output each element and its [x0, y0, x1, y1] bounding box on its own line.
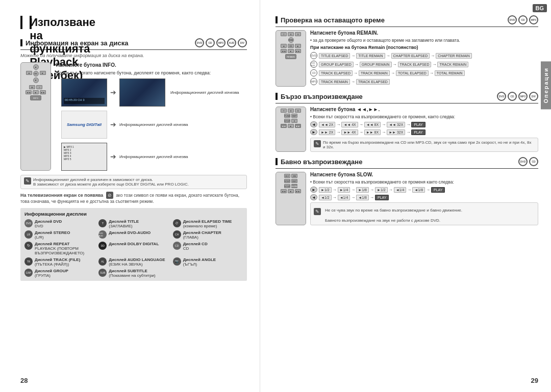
fast-divx-icon: DIV — [529, 92, 538, 101]
speed-tag-1: ◄◄ 2X — [319, 122, 335, 127]
arrow-8: → — [391, 71, 395, 75]
remote-btn-4: ► — [40, 71, 46, 75]
remote-info-btn[interactable]: INFO — [30, 95, 41, 100]
track-icon: TR — [24, 257, 33, 266]
slow-instructions: Натиснете бутона SLOW. • Всеки път скоро… — [310, 172, 538, 225]
slow-tag-6: ◄1/8 — [412, 187, 425, 193]
fast-title-text: Бързо възпроизвеждане — [281, 93, 363, 100]
arrow-4: → — [355, 62, 359, 67]
remote-btn-8: ◄◄ — [26, 90, 32, 94]
info-item-title-text: Дисплей TITLE(ЗАГЛАВИЕ) — [109, 219, 139, 228]
slow-slow-btn[interactable]: SLOW — [291, 184, 297, 188]
slow-disc-icons: DVD CD — [518, 157, 538, 166]
remote-btn-10: ►► — [40, 90, 46, 94]
remain-sub-title: При натискане на бутона Remain (постоянс… — [310, 45, 538, 50]
slow-tag-5: ◄1/4 — [394, 187, 407, 193]
stereo-icon: LR — [24, 230, 33, 239]
slow-next: ►► — [295, 189, 301, 193]
speed-play-1: PLAY — [411, 122, 425, 127]
tv-icon-text: На телевизионния екран се появява ⊘ ако … — [20, 192, 247, 204]
screen1-caption: Информационният дисплей изчезва — [170, 90, 239, 95]
info-table-title: Информационни дисплеи — [24, 211, 243, 217]
angle-icon: 📷 — [173, 257, 181, 266]
fast-r-btn-1: REP — [291, 114, 297, 118]
slow-tag-2: ►1/4 — [338, 187, 350, 193]
info-item-elapsed-text: Дисплей ELAPSED TIME(изминало време) — [183, 219, 232, 228]
page: Използване на функцията Playback (плейбе… — [0, 0, 551, 392]
info-item-track-text: Дисплей TRACK (FILE)(ПЪТЕКА (ФАЙЛ)) — [35, 257, 80, 267]
left-page: Използване на функцията Playback (плейбе… — [0, 0, 260, 392]
info-item-track: TR Дисплей TRACK (FILE)(ПЪТЕКА (ФАЙЛ)) — [24, 257, 94, 267]
fast-cd-icon: CD — [508, 92, 517, 101]
screen-thumb-4: ▶ MP3 1 MP3 2 MP3 3 MP3 4 MP3 5 — [61, 143, 107, 171]
fast-r-btn-pause: II — [291, 119, 297, 123]
remain-remain-btn[interactable]: REMAIN — [285, 54, 296, 59]
info-item-repeat-text: Дисплей REPEATPLAYBACK (ПОВТОРМ ВЪЗПРОИЗ… — [35, 242, 94, 255]
s-arrow-5: → — [336, 130, 340, 135]
sl-arrow-9: → — [370, 195, 374, 200]
sl-arrow-4: → — [389, 188, 393, 192]
tag-track-remain-3: TRACK REMAIN — [319, 79, 350, 85]
info-item-dolby: DD Дисплей DOLBY DIGITAL — [98, 242, 168, 255]
remain-cd-icon: CD — [518, 15, 528, 24]
s-arrow-2: → — [359, 122, 363, 127]
r-btn-next: ►► — [295, 49, 301, 53]
screen-thumb-2 — [119, 79, 165, 107]
info-item-elapsed: ⏱ Дисплей ELAPSED TIME(изминало време) — [173, 219, 243, 228]
fast-r-btn-7: 7 — [281, 109, 287, 113]
s-arrow-6: → — [359, 130, 363, 135]
fast-disc-icons: DVD CD MP3 DIV — [497, 92, 538, 101]
remote-btn-1: ▲ — [33, 64, 39, 70]
remote-btn-2: ◄ — [26, 71, 32, 75]
mp3-icon: MP3 — [216, 38, 226, 47]
info-item-group-text: Дисплей GROUP(ГРУПА) — [35, 269, 68, 278]
flow-items-4: TRACK REMAIN → TRACK ELAPSED — [319, 79, 390, 85]
slow-play-2: PLAY — [375, 195, 389, 200]
speed-tag-6: ►► 4X — [341, 129, 358, 135]
slow-section-title: Бавно възпроизвеждане DVD CD — [276, 157, 538, 169]
fast-forward-btn[interactable]: ►► — [295, 124, 301, 128]
speed-row-backward: ◄ ◄◄ 2X → ◄◄ 4X → ◄◄ 8X → ◄◄ 32X → PLAY — [310, 121, 538, 127]
speed-tag-7: ►► 8X — [364, 129, 381, 135]
info-item-repeat: ↻ Дисплей REPEATPLAYBACK (ПОВТОРМ ВЪЗПРО… — [24, 242, 94, 255]
main-title-text: Използване на функцията Playback (плейбе… — [30, 16, 32, 29]
fast-play-btn[interactable]: ► — [288, 124, 294, 128]
fast-mp3-icon: MP3 — [518, 92, 528, 101]
s-arrow-3: → — [382, 122, 386, 127]
main-title: Използване на функцията Playback (плейбе… — [20, 15, 247, 29]
screen-item-2: Samsung DIGITall ➔ Информационният диспл… — [61, 111, 247, 139]
tag-total-elapsed: TOTAL ELAPSED — [396, 70, 429, 76]
cd-icon: CD — [206, 38, 215, 47]
slow-rows: ► ►1/2 → ►1/4 → ►1/8 → ►1/2 → ◄1/4 — [310, 187, 538, 200]
flow-items-2: GROUP ELAPSED → GROUP REMAIN → TRACK ELA… — [319, 62, 468, 67]
slow-remote: DLY ZM STEP REP STOP SLOW ◄◄ ► ►► — [276, 172, 306, 225]
info-item-dvd-audio: DVD AUD Дисплей DVD-AUDIO — [98, 230, 168, 240]
speed-tag-8: ►► 32X — [387, 129, 405, 135]
screen3-caption: Информационният дисплей изчезва — [119, 154, 188, 159]
slow-repeat: REP — [291, 179, 297, 183]
remote-btn-5: ▼ — [33, 77, 39, 83]
repeat-icon: ↻ — [24, 242, 33, 250]
info-item-cd: CD Дисплей CDCD — [173, 242, 243, 255]
speed-tag-5: ►► 2X — [319, 129, 335, 135]
info-rows: DVD Дисплей DVDDVD T Дисплей TITLE(ЗАГЛА… — [24, 219, 243, 278]
info-item-dolby-text: Дисплей DOLBY DIGITAL — [109, 242, 159, 246]
elapsed-icon: ⏱ — [173, 219, 181, 227]
fast-remote: 7 8 9 TUNE REP STOP II ◄◄ ► — [276, 107, 306, 152]
info-item-subtitle-text: Дисплей SUBTITLE(Показване на субтитри) — [109, 269, 155, 278]
audio-icon: AUD — [227, 38, 236, 47]
slow-note-text-1: Не се чува звук по време на бавно възпро… — [325, 208, 462, 213]
remain-disc-icons: DVD CD MP3 — [508, 15, 538, 24]
fast-rewind-btn[interactable]: ◄◄ — [281, 124, 287, 128]
slow-note-icon-1: ✎ — [314, 208, 321, 215]
slow-cd-icon: CD — [529, 157, 538, 166]
sl-arrow-3: → — [370, 188, 374, 192]
speed-items-forward: ►► 2X → ►► 4X → ►► 8X → ►► 32X → PLAY — [319, 129, 425, 135]
fast-section: Бързо възпроизвеждане DVD CD MP3 DIV 7 8… — [276, 92, 538, 152]
arrow-2: → — [386, 54, 390, 58]
screen-thumb-3: Samsung DIGITall — [61, 111, 107, 139]
remain-instructions: Натиснете бутона REMAIN. • за да провери… — [310, 30, 538, 87]
info-item-dvd-text: Дисплей DVDDVD — [35, 219, 62, 228]
flow-items-3: TRACK ELAPSED → TRACK REMAIN → TOTAL ELA… — [319, 70, 465, 76]
slow-stop: STOP — [284, 184, 290, 188]
